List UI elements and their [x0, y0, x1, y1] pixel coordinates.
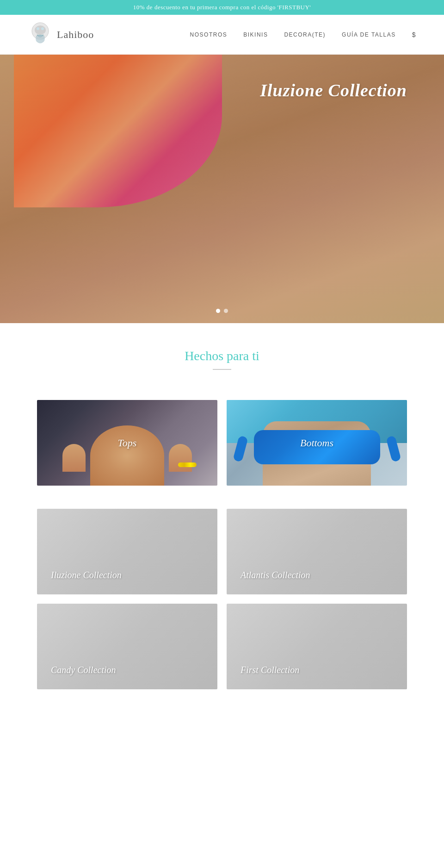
hero-dot-2[interactable]	[224, 309, 228, 313]
hero-dot-1[interactable]	[216, 309, 220, 313]
main-nav: NOSOTROS BIKINIS DECORA(TE) GUÍA DE TALL…	[190, 31, 416, 38]
section-divider	[213, 369, 231, 370]
top-banner: 10% de descuento en tu primera compra co…	[0, 0, 444, 15]
candy-bg	[37, 604, 217, 689]
tops-hands	[90, 425, 164, 486]
tops-fingers-right	[169, 444, 192, 472]
atlantis-bg	[227, 509, 407, 594]
nav-nosotros[interactable]: NOSOTROS	[190, 31, 228, 38]
candy-collection-card[interactable]: Candy Collection	[37, 604, 217, 689]
tops-label: Tops	[118, 437, 137, 449]
page-bottom	[0, 717, 444, 736]
hero-title: Iluzione Collection	[260, 80, 407, 100]
nav-decoraite[interactable]: DECORA(TE)	[284, 31, 326, 38]
nav-bikinis[interactable]: BIKINIS	[243, 31, 268, 38]
logo-text: Lahiboo	[57, 29, 94, 41]
atlantis-collection-card[interactable]: Atlantis Collection	[227, 509, 407, 594]
iluzione-label: Iluzione Collection	[51, 570, 122, 581]
svg-point-2	[37, 27, 39, 30]
tops-card[interactable]: Tops	[37, 400, 217, 486]
bottoms-label: Bottoms	[300, 437, 333, 449]
tops-fingers-left	[62, 444, 86, 472]
hero-background: Iluzione Collection	[0, 55, 444, 323]
made-for-you-title: Hechos para ti	[37, 349, 407, 363]
hero-section: Iluzione Collection	[0, 55, 444, 323]
logo-icon	[28, 22, 53, 47]
iluzione-bg	[37, 509, 217, 594]
atlantis-label: Atlantis Collection	[240, 570, 310, 581]
bottoms-card[interactable]: Bottoms	[227, 400, 407, 486]
tops-bracelet	[178, 462, 197, 467]
product-categories-grid: Tops Bottoms	[0, 400, 444, 504]
first-bg	[227, 604, 407, 689]
svg-point-3	[41, 27, 44, 30]
nav-currency[interactable]: $	[412, 31, 416, 38]
made-for-you-section: Hechos para ti	[0, 323, 444, 400]
nav-guia-de-tallas[interactable]: GUÍA DE TALLAS	[342, 31, 396, 38]
svg-point-1	[35, 25, 46, 35]
first-collection-card[interactable]: First Collection	[227, 604, 407, 689]
candy-label: Candy Collection	[51, 665, 116, 675]
logo-area[interactable]: Lahiboo	[28, 22, 94, 47]
hero-dots	[216, 309, 228, 313]
first-label: First Collection	[240, 665, 299, 675]
banner-text: 10% de descuento en tu primera compra co…	[133, 4, 311, 11]
header: Lahiboo NOSOTROS BIKINIS DECORA(TE) GUÍA…	[0, 15, 444, 55]
iluzione-collection-card[interactable]: Iluzione Collection	[37, 509, 217, 594]
collections-grid: Iluzione Collection Atlantis Collection …	[0, 504, 444, 717]
